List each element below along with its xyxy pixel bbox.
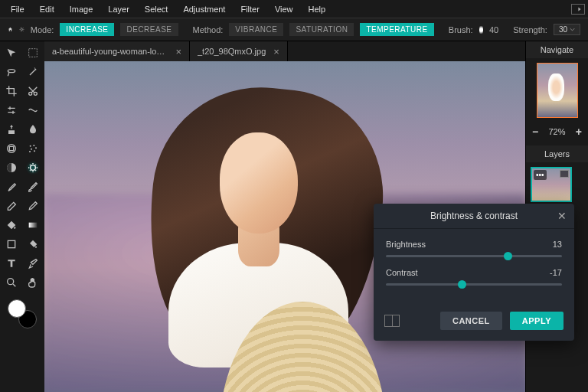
svg-rect-13 — [29, 223, 38, 228]
fill-tool-icon[interactable] — [5, 218, 18, 232]
menu-help[interactable]: Help — [301, 2, 334, 16]
layer-menu-icon[interactable]: ••• — [534, 170, 547, 180]
layers-panel-header[interactable]: Layers — [526, 145, 588, 162]
svg-point-9 — [34, 150, 35, 152]
mode-increase[interactable]: INCREASE — [60, 23, 114, 36]
adjust-tool-icon[interactable] — [5, 103, 18, 117]
svg-point-12 — [31, 165, 36, 171]
sun-icon[interactable] — [19, 23, 24, 37]
text-tool-icon[interactable] — [5, 256, 18, 270]
sponge-tool-icon[interactable] — [26, 161, 40, 175]
svg-point-8 — [31, 149, 32, 150]
clone-tool-icon[interactable] — [5, 122, 18, 136]
svg-point-5 — [30, 145, 31, 147]
strength-label: Strength: — [513, 25, 547, 34]
shape-tool-icon[interactable] — [5, 237, 18, 251]
svg-point-10 — [29, 151, 31, 152]
options-toolbar: Mode: INCREASE DECREASE Method: VIBRANCE… — [0, 18, 588, 41]
method-vibrance[interactable]: VIBRANCE — [229, 23, 283, 36]
menu-select[interactable]: Select — [137, 2, 176, 16]
menu-bar: File Edit Image Layer Select Adjustment … — [0, 0, 588, 18]
svg-point-15 — [8, 279, 14, 285]
contrast-slider[interactable] — [386, 283, 562, 286]
zoom-out-button[interactable]: − — [532, 126, 538, 138]
navigator-thumbnail[interactable] — [537, 63, 578, 118]
method-label: Method: — [193, 25, 224, 34]
document-tab[interactable]: _t20_98QmxO.jpg× — [190, 41, 288, 61]
menu-adjustment[interactable]: Adjustment — [175, 2, 233, 16]
brightness-value: 13 — [553, 240, 562, 249]
lasso-tool-icon[interactable] — [5, 65, 18, 79]
pencil-tool-icon[interactable] — [26, 199, 40, 213]
navigate-panel-header[interactable]: Navigate — [526, 41, 588, 58]
slider-thumb[interactable] — [504, 252, 512, 260]
foreground-color[interactable] — [8, 299, 26, 318]
contrast-value: -17 — [550, 268, 562, 277]
collapse-panel-icon[interactable] — [571, 4, 585, 15]
bucket-tool-icon[interactable] — [26, 237, 40, 251]
zoom-value: 72% — [548, 127, 565, 136]
svg-point-7 — [35, 147, 37, 149]
contrast-label: Contrast — [386, 268, 418, 277]
layer-mask-icon[interactable] — [560, 170, 569, 178]
close-tab-icon[interactable]: × — [175, 46, 181, 57]
menu-view[interactable]: View — [267, 2, 301, 16]
method-temperature[interactable]: TEMPERATURE — [360, 23, 433, 36]
menu-image[interactable]: Image — [62, 2, 101, 16]
brightness-slider[interactable] — [386, 255, 562, 257]
home-icon[interactable] — [8, 23, 13, 37]
pen-tool-icon[interactable] — [26, 256, 40, 270]
tools-panel — [0, 41, 44, 392]
brush-size-value[interactable]: 40 — [489, 25, 498, 34]
document-tabs: a-beautiful-young-woman-lookin...× _t20_… — [44, 41, 525, 61]
strength-input[interactable]: 30 — [554, 24, 580, 35]
color-swatch[interactable] — [8, 299, 37, 328]
noise-tool-icon[interactable] — [26, 142, 40, 155]
apply-button[interactable]: APPLY — [510, 312, 564, 330]
brightness-label: Brightness — [386, 240, 426, 249]
close-icon[interactable]: ✕ — [557, 210, 567, 222]
gradient-tool-icon[interactable] — [5, 161, 18, 175]
svg-point-6 — [33, 145, 34, 146]
sharpen-tool-icon[interactable] — [5, 142, 18, 155]
mode-decrease[interactable]: DECREASE — [120, 23, 178, 36]
slider-thumb[interactable] — [458, 280, 466, 289]
zoom-tool-icon[interactable] — [5, 276, 18, 289]
menu-filter[interactable]: Filter — [233, 2, 266, 16]
marquee-tool-icon[interactable] — [26, 46, 40, 60]
wand-tool-icon[interactable] — [26, 65, 40, 79]
menu-file[interactable]: File — [3, 2, 32, 16]
svg-rect-1 — [29, 49, 38, 57]
svg-point-4 — [8, 145, 16, 153]
brush-preview-icon[interactable] — [479, 24, 483, 35]
menu-layer[interactable]: Layer — [100, 2, 137, 16]
compare-toggle-icon[interactable] — [384, 315, 400, 327]
brush-tool-icon[interactable] — [26, 180, 40, 194]
zoom-in-button[interactable]: + — [576, 126, 582, 138]
liquify-tool-icon[interactable] — [26, 103, 40, 117]
layer-thumbnail[interactable]: ••• — [531, 167, 572, 202]
document-tab[interactable]: a-beautiful-young-woman-lookin...× — [44, 41, 190, 61]
dialog-title: Brightness & contrast — [430, 211, 518, 221]
brightness-contrast-dialog: Brightness & contrast✕ Brightness13 Cont… — [374, 204, 574, 341]
mode-label: Mode: — [31, 25, 54, 34]
eraser-tool-icon[interactable] — [5, 199, 18, 213]
method-saturation[interactable]: SATURATION — [289, 23, 354, 36]
svg-point-0 — [21, 28, 22, 30]
blur-tool-icon[interactable] — [26, 122, 40, 136]
crop-tool-icon[interactable] — [5, 84, 18, 98]
menu-edit[interactable]: Edit — [32, 2, 62, 16]
move-tool-icon[interactable] — [5, 46, 18, 60]
svg-rect-14 — [8, 240, 15, 247]
gradient-fill-icon[interactable] — [26, 218, 40, 232]
brush-label: Brush: — [449, 25, 473, 34]
cut-tool-icon[interactable] — [26, 84, 40, 98]
close-tab-icon[interactable]: × — [273, 46, 279, 57]
hand-tool-icon[interactable] — [26, 276, 40, 289]
cancel-button[interactable]: CANCEL — [440, 312, 502, 330]
eyedropper-tool-icon[interactable] — [5, 180, 18, 194]
